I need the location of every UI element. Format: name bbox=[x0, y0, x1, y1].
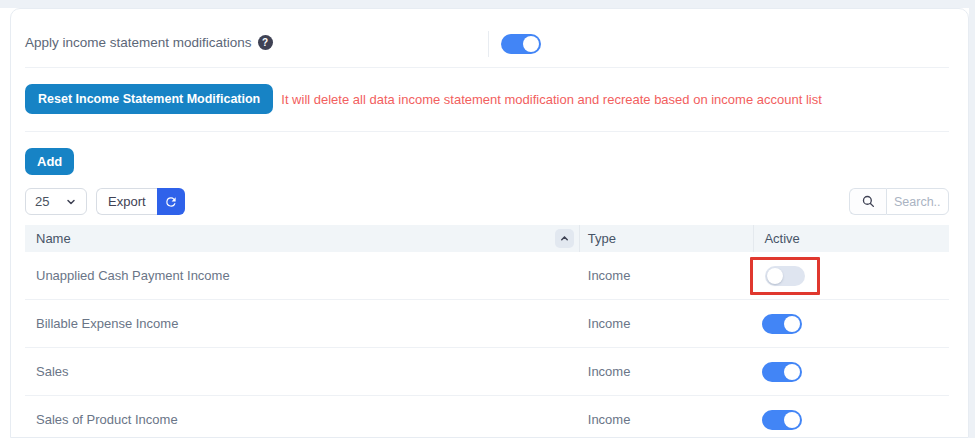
settings-card: Apply income statement modifications ? R… bbox=[10, 8, 969, 438]
table-toolbar: 25 Export bbox=[25, 188, 949, 215]
apply-modifications-label: Apply income statement modifications bbox=[25, 35, 252, 50]
row-active-toggle[interactable] bbox=[762, 362, 802, 382]
table-row: Billable Expense IncomeIncome bbox=[25, 300, 949, 348]
export-button[interactable]: Export bbox=[96, 188, 157, 215]
modifications-table: Name Type Active Unapplied Cash Payment … bbox=[25, 225, 949, 438]
page-background-top bbox=[0, 0, 975, 8]
section-divider-2 bbox=[25, 131, 949, 132]
column-header-name[interactable]: Name bbox=[25, 225, 580, 252]
help-icon[interactable]: ? bbox=[258, 35, 273, 50]
red-highlight-annotation bbox=[750, 257, 820, 295]
section-divider bbox=[25, 67, 949, 68]
column-header-type-label: Type bbox=[588, 231, 616, 246]
cell-active bbox=[754, 362, 949, 382]
cell-active bbox=[754, 410, 949, 430]
cell-active bbox=[754, 257, 949, 295]
table-header: Name Type Active bbox=[25, 225, 949, 252]
table-row: SalesIncome bbox=[25, 348, 949, 396]
cell-type: Income bbox=[580, 412, 755, 427]
chevron-down-icon bbox=[65, 196, 77, 208]
cell-name: Sales bbox=[25, 364, 580, 379]
row-active-toggle[interactable] bbox=[762, 314, 802, 334]
column-header-active-label: Active bbox=[764, 231, 799, 246]
cell-type: Income bbox=[580, 364, 755, 379]
table-row: Sales of Product IncomeIncome bbox=[25, 396, 949, 438]
toggle-knob bbox=[767, 268, 783, 284]
table-row: Unapplied Cash Payment IncomeIncome bbox=[25, 252, 949, 300]
export-group: Export bbox=[96, 188, 185, 215]
refresh-button[interactable] bbox=[157, 188, 185, 215]
sort-asc-icon[interactable] bbox=[555, 229, 574, 248]
cell-name: Unapplied Cash Payment Income bbox=[25, 268, 580, 283]
search-input[interactable] bbox=[886, 188, 949, 215]
column-header-name-label: Name bbox=[36, 231, 71, 246]
row-active-toggle[interactable] bbox=[765, 266, 805, 286]
toggle-knob bbox=[784, 364, 800, 380]
page-size-select[interactable]: 25 bbox=[25, 188, 87, 215]
search-icon bbox=[861, 194, 876, 209]
search-button[interactable] bbox=[849, 188, 886, 215]
refresh-icon bbox=[164, 195, 178, 209]
column-header-active[interactable]: Active bbox=[754, 225, 949, 252]
cell-name: Sales of Product Income bbox=[25, 412, 580, 427]
toggle-knob bbox=[523, 36, 539, 52]
vertical-divider bbox=[488, 31, 489, 57]
add-button[interactable]: Add bbox=[25, 148, 74, 175]
page-background-right bbox=[969, 0, 975, 438]
row-active-toggle[interactable] bbox=[762, 410, 802, 430]
toggle-knob bbox=[784, 412, 800, 428]
reset-row: Reset Income Statement Modification It w… bbox=[25, 84, 949, 114]
toggle-knob bbox=[784, 316, 800, 332]
page-size-value: 25 bbox=[35, 194, 49, 209]
table-body: Unapplied Cash Payment IncomeIncomeBilla… bbox=[25, 252, 949, 438]
reset-warning-text: It will delete all data income statement… bbox=[281, 92, 822, 107]
apply-modifications-row: Apply income statement modifications ? bbox=[25, 23, 949, 67]
column-header-type[interactable]: Type bbox=[580, 225, 755, 252]
apply-modifications-toggle[interactable] bbox=[501, 34, 541, 54]
reset-income-statement-button[interactable]: Reset Income Statement Modification bbox=[25, 84, 273, 114]
search-group bbox=[849, 188, 949, 215]
cell-type: Income bbox=[580, 316, 755, 331]
cell-name: Billable Expense Income bbox=[25, 316, 580, 331]
cell-active bbox=[754, 314, 949, 334]
cell-type: Income bbox=[580, 268, 755, 283]
